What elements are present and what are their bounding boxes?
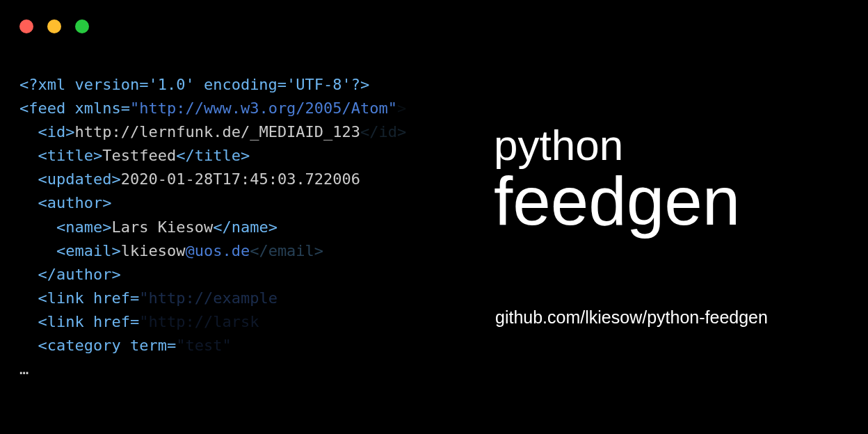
link-tag: <link xyxy=(38,313,84,330)
email-tag: <email> xyxy=(56,242,121,259)
xml-code-block: <?xml version='1.0' encoding='UTF-8'?> <… xyxy=(19,73,406,381)
project-title: python feedgen xyxy=(494,124,740,235)
minimize-icon[interactable] xyxy=(47,19,61,33)
category-tag: <category xyxy=(38,337,121,354)
author-close-tag: </author> xyxy=(38,266,121,283)
updated-tag: <updated> xyxy=(38,170,121,188)
title-name: feedgen xyxy=(494,167,740,235)
github-url: github.com/lkiesow/python-feedgen xyxy=(495,307,768,328)
name-tag: <name> xyxy=(56,218,111,236)
maximize-icon[interactable] xyxy=(75,19,89,33)
id-tag: <id> xyxy=(38,123,75,140)
title-tag: <title> xyxy=(38,147,103,164)
link-tag: <link xyxy=(38,289,84,307)
feed-open-tag: <feed xyxy=(19,99,65,117)
ellipsis: … xyxy=(19,360,29,378)
window-traffic-lights xyxy=(19,19,89,33)
title-language: python xyxy=(494,124,740,167)
close-icon[interactable] xyxy=(19,19,33,33)
xml-declaration: <?xml version='1.0' encoding='UTF-8'?> xyxy=(19,76,369,93)
author-open-tag: <author> xyxy=(38,194,112,211)
